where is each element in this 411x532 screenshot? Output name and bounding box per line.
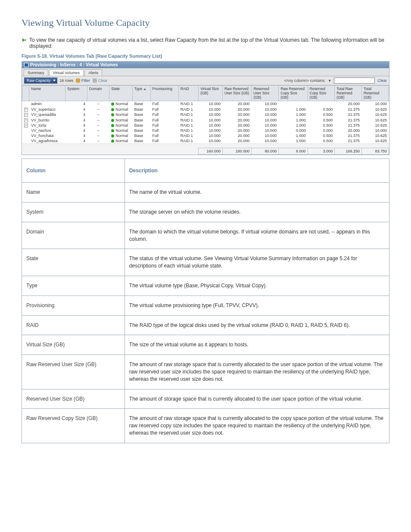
- cell-raid: RAID 1: [178, 106, 199, 112]
- tab-alerts[interactable]: Alerts: [84, 69, 102, 76]
- toolbar: Raw Capacity 16 rows Filter Clear <Any c…: [22, 76, 389, 85]
- col-header[interactable]: Name: [29, 86, 65, 101]
- cell-domain: --: [87, 101, 109, 107]
- desc-col-name: Reserved User Size (GB): [22, 389, 125, 409]
- desc-col-text: The virtual volume type (Base, Physical …: [125, 276, 389, 296]
- col-header[interactable]: Reserved User Size (GB): [252, 86, 279, 101]
- page-heading: Viewing Virtual Volume Capacity: [22, 17, 389, 28]
- desc-col-name: Name: [22, 183, 125, 202]
- col-header[interactable]: Raw Reserved User Size (GB): [222, 86, 251, 101]
- col-header[interactable]: RAID: [178, 86, 199, 101]
- desc-row: ProvisioningThe virtual volume provision…: [22, 296, 389, 315]
- cell-domain: --: [87, 106, 109, 112]
- expand-icon[interactable]: +: [24, 118, 28, 122]
- cell-system: 4: [65, 133, 87, 138]
- expand-cell: [22, 101, 29, 107]
- cell-totraw: 20.000: [335, 101, 362, 107]
- window-title: Provisioning : InServs : 4 : Virtual Vol…: [30, 62, 118, 67]
- cell-name: VV_nachos: [29, 128, 65, 133]
- cell-system: 4: [65, 138, 87, 144]
- cell-ruser: 10.000: [252, 133, 279, 138]
- cell-rrcopy: 1.000: [279, 138, 308, 144]
- expand-icon[interactable]: +: [24, 124, 28, 128]
- cell-rrcopy: [279, 101, 308, 107]
- desc-col-text: The amount of raw storage space that is …: [125, 355, 389, 389]
- cell-rruser: 20.000: [222, 128, 251, 133]
- expand-cell[interactable]: +: [22, 123, 29, 128]
- cell-rcopy: 0.500: [308, 106, 335, 112]
- grid-header: NameSystemDomainStateTypeProvisioningRAI…: [22, 86, 389, 101]
- col-header[interactable]: Total Raw Reserved (GB): [335, 86, 362, 101]
- tab-summary[interactable]: Summary: [24, 69, 48, 76]
- table-row[interactable]: VV_nachos4--NormalBaseFullRAID 110.00020…: [22, 128, 389, 133]
- cell-tot: 10.625: [362, 138, 389, 144]
- cell-type: Base: [132, 101, 150, 107]
- clear-right-link[interactable]: Clear: [377, 78, 387, 83]
- cell-state: Normal: [109, 128, 132, 133]
- expand-icon[interactable]: +: [24, 113, 28, 117]
- desc-head-description: Description: [125, 159, 389, 183]
- cell-ruser: 10.000: [252, 123, 279, 128]
- total-rrcopy: 6.000: [279, 148, 308, 155]
- desc-col-name: Raw Reserved Copy Size (GB): [22, 409, 125, 443]
- desc-row: TypeThe virtual volume type (Base, Physi…: [22, 276, 389, 296]
- cell-provisioning: Full: [150, 138, 178, 144]
- cell-vsize: 10.000: [199, 112, 223, 118]
- col-header[interactable]: Reserved Copy Size (GB): [308, 86, 335, 101]
- cell-name: VV_supertaco: [29, 106, 65, 112]
- cell-name: VV_torta: [29, 123, 65, 128]
- col-header[interactable]: Provisioning: [150, 86, 178, 101]
- cell-vsize: 10.000: [199, 117, 223, 123]
- col-header[interactable]: Virtual Size (GB): [199, 86, 223, 101]
- cell-rruser: 20.000: [222, 106, 251, 112]
- col-header[interactable]: System: [65, 86, 87, 101]
- cell-state: Normal: [109, 101, 132, 107]
- cell-domain: --: [87, 133, 109, 138]
- total-reserved: 83.750: [362, 148, 389, 155]
- cell-type: Base: [132, 128, 150, 133]
- cell-raid: RAID 1: [178, 133, 199, 138]
- table-row[interactable]: +VV_torta4--NormalBaseFullRAID 110.00020…: [22, 123, 389, 128]
- capacity-dropdown[interactable]: Raw Capacity: [24, 78, 57, 84]
- cell-vsize: 10.000: [199, 128, 223, 133]
- desc-col-text: The status of the virtual volume. See Vi…: [125, 249, 389, 276]
- cell-name: admin: [29, 101, 65, 107]
- desc-col-name: Virtual Size (GB): [22, 335, 125, 355]
- expand-icon[interactable]: +: [24, 108, 28, 112]
- cell-raid: RAID 1: [178, 138, 199, 144]
- table-row[interactable]: VV_aguafresca4--NormalBaseFullRAID 110.0…: [22, 138, 389, 144]
- cell-rrcopy: 1.000: [279, 123, 308, 128]
- cell-type: Base: [132, 117, 150, 123]
- col-header[interactable]: State: [109, 86, 132, 101]
- col-header[interactable]: Total Reserved (GB): [362, 86, 389, 101]
- table-row[interactable]: VV_horchata4--NormalBaseFullRAID 110.000…: [22, 133, 389, 138]
- cell-rcopy: 0.500: [308, 123, 335, 128]
- clear-left-link[interactable]: Clear: [93, 78, 108, 83]
- col-header[interactable]: Type: [132, 86, 150, 101]
- contains-op-dropdown[interactable]: ▾: [328, 78, 331, 83]
- col-header[interactable]: Raw Reserved Copy Size (GB): [279, 86, 308, 101]
- cell-rcopy: 0.500: [308, 112, 335, 118]
- row-count: 16 rows: [60, 78, 74, 83]
- col-header[interactable]: [22, 86, 29, 101]
- expand-cell[interactable]: +: [22, 112, 29, 118]
- cell-totraw: 21.375: [335, 112, 362, 118]
- search-input[interactable]: [334, 78, 375, 84]
- col-header[interactable]: Domain: [87, 86, 109, 101]
- desc-row: Reserved User Size (GB)The amount of sto…: [22, 389, 389, 409]
- cell-system: 4: [65, 112, 87, 118]
- desc-head-column: Column: [22, 159, 125, 183]
- table-row[interactable]: +VV_quesadilla4--NormalBaseFullRAID 110.…: [22, 112, 389, 118]
- table-row[interactable]: +VV_supertaco4--NormalBaseFullRAID 110.0…: [22, 106, 389, 112]
- clear-icon: [93, 78, 97, 83]
- filter-link[interactable]: Filter: [76, 78, 90, 83]
- table-row[interactable]: admin4--NormalBaseFullRAID 110.00020.000…: [22, 101, 389, 107]
- cell-tot: 10.625: [362, 112, 389, 118]
- tab-virtual-volumes[interactable]: Virtual Volumes: [49, 69, 84, 76]
- table-row[interactable]: +VV_burrito4--NormalBaseFullRAID 110.000…: [22, 117, 389, 123]
- desc-col-text: The domain to which the virtual volume b…: [125, 222, 389, 249]
- expand-cell[interactable]: +: [22, 117, 29, 123]
- expand-cell[interactable]: +: [22, 106, 29, 112]
- cell-rruser: 20.000: [222, 101, 251, 107]
- cell-provisioning: Full: [150, 112, 178, 118]
